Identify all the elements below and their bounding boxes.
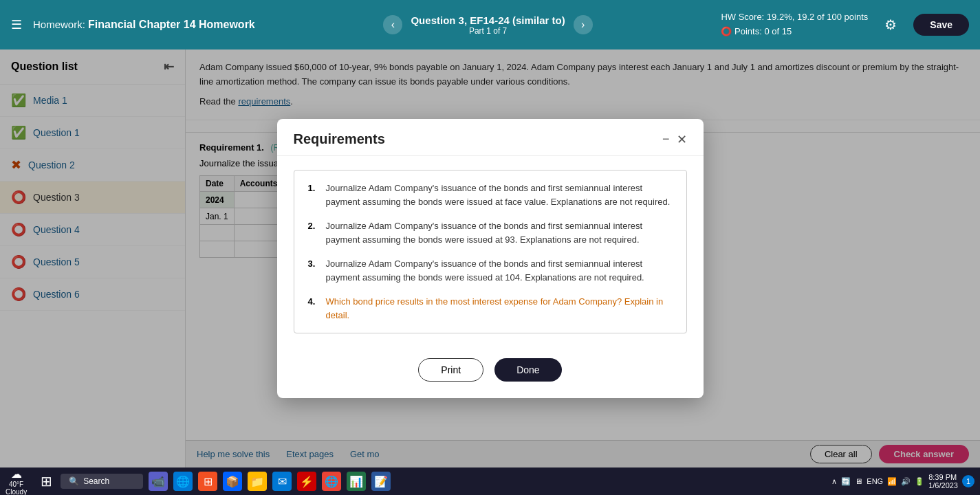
systray-monitor-icon: 🖥 — [855, 477, 862, 485]
taskbar-word-icon[interactable]: 📝 — [371, 472, 391, 491]
taskbar-teams-icon[interactable]: 📹 — [149, 472, 168, 491]
systray-refresh-icon: 🔄 — [841, 477, 851, 486]
systray-up-arrow[interactable]: ∧ — [831, 477, 837, 486]
taskbar-mail-icon[interactable]: ✉ — [272, 472, 292, 491]
weather-temp: 40°F — [6, 481, 27, 488]
taskbar-app-icon[interactable]: ⚡ — [297, 472, 316, 491]
windows-taskbar: ☁ 40°F Cloudy ⊞ 🔍 Search 📹 🌐 ⊞ 📦 📁 ✉ ⚡ 🌐… — [0, 468, 980, 495]
points-label: Points: — [734, 26, 762, 36]
prev-question-button[interactable]: ‹ — [383, 15, 402, 34]
modal-minimize-button[interactable]: − — [662, 132, 670, 146]
header-score: HW Score: 19.2%, 19.2 of 100 points ⭕ Po… — [721, 10, 868, 39]
modal-close-button[interactable]: ✕ — [677, 132, 687, 147]
next-question-button[interactable]: › — [574, 15, 593, 34]
taskbar-date: 1/6/2023 — [928, 481, 958, 490]
requirements-modal: Requirements − ✕ 1. Journalize Adam Comp… — [277, 119, 704, 398]
modal-overlay: Requirements − ✕ 1. Journalize Adam Comp… — [0, 50, 980, 468]
modal-title: Requirements — [294, 131, 385, 147]
homework-title: Financial Chapter 14 Homework — [88, 19, 255, 30]
points-value: 0 of 15 — [764, 26, 792, 36]
taskbar-microsoft-icon[interactable]: ⊞ — [198, 472, 217, 491]
taskbar-dropbox-icon[interactable]: 📦 — [223, 472, 242, 491]
question-navigation: ‹ Question 3, EF14-24 (similar to) Part … — [266, 14, 710, 36]
taskbar-files-icon[interactable]: 📁 — [248, 472, 267, 491]
done-button[interactable]: Done — [494, 358, 561, 382]
battery-icon: 🔋 — [915, 477, 924, 486]
save-button[interactable]: Save — [913, 14, 969, 36]
question-main-label: Question 3, EF14-24 (similar to) — [411, 14, 565, 26]
notification-icon[interactable]: 1 — [962, 475, 974, 487]
settings-gear-icon[interactable]: ⚙ — [884, 16, 897, 33]
modal-body: 1. Journalize Adam Company's issuance of… — [277, 156, 704, 347]
weather-widget: ☁ 40°F Cloudy — [6, 468, 27, 496]
taskbar-clock: 8:39 PM 1/6/2023 — [928, 473, 958, 490]
menu-icon[interactable]: ☰ — [11, 17, 22, 32]
print-button[interactable]: Print — [418, 358, 483, 382]
systray: ∧ 🔄 🖥 ENG 📶 🔊 🔋 — [831, 477, 924, 486]
taskbar-time: 8:39 PM — [928, 473, 958, 481]
requirement-item-3: 3. Journalize Adam Company's issuance of… — [308, 257, 673, 284]
top-header: ☰ Homework: Financial Chapter 14 Homewor… — [0, 0, 980, 50]
weather-desc: Cloudy — [6, 488, 27, 496]
requirement-item-2: 2. Journalize Adam Company's issuance of… — [308, 219, 673, 246]
req-number: 3. — [308, 257, 319, 284]
hw-score-label: HW Score: — [721, 12, 764, 22]
modal-footer: Print Done — [277, 347, 704, 398]
req-number: 2. — [308, 219, 319, 246]
start-button[interactable]: ⊞ — [35, 470, 58, 492]
requirement-item-4: 4. Which bond price results in the most … — [308, 295, 673, 322]
search-bar[interactable]: 🔍 Search — [61, 474, 143, 489]
modal-controls: − ✕ — [662, 132, 687, 147]
taskbar-apps: 📹 🌐 ⊞ 📦 📁 ✉ ⚡ 🌐 📊 📝 — [149, 472, 391, 491]
volume-icon: 🔊 — [901, 477, 911, 486]
homework-label: Homework: — [33, 19, 85, 30]
question-sub-label: Part 1 of 7 — [411, 26, 565, 36]
req-number: 1. — [308, 182, 319, 208]
taskbar-chrome-icon[interactable]: 🌐 — [322, 472, 341, 491]
lang-indicator: ENG — [867, 477, 883, 485]
req-text: Journalize Adam Company's issuance of th… — [326, 257, 673, 284]
taskbar-excel-icon[interactable]: 📊 — [347, 472, 366, 491]
requirements-list: 1. Journalize Adam Company's issuance of… — [294, 170, 687, 333]
question-nav-text: Question 3, EF14-24 (similar to) Part 1 … — [411, 14, 565, 36]
wifi-icon: 📶 — [887, 477, 897, 486]
header-title: Homework: Financial Chapter 14 Homework — [33, 19, 255, 31]
search-icon: 🔍 — [69, 476, 79, 486]
requirement-item-1: 1. Journalize Adam Company's issuance of… — [308, 182, 673, 208]
req-text: Journalize Adam Company's issuance of th… — [326, 219, 673, 246]
taskbar-right: ∧ 🔄 🖥 ENG 📶 🔊 🔋 8:39 PM 1/6/2023 1 — [831, 473, 974, 490]
taskbar-edge-icon[interactable]: 🌐 — [173, 472, 193, 491]
hw-score-value: 19.2%, 19.2 of 100 points — [767, 12, 868, 22]
req-number: 4. — [308, 295, 319, 322]
modal-header: Requirements − ✕ — [277, 119, 704, 156]
req-text: Journalize Adam Company's issuance of th… — [326, 182, 673, 208]
req-text: Which bond price results in the most int… — [326, 295, 673, 322]
search-label: Search — [83, 476, 109, 486]
